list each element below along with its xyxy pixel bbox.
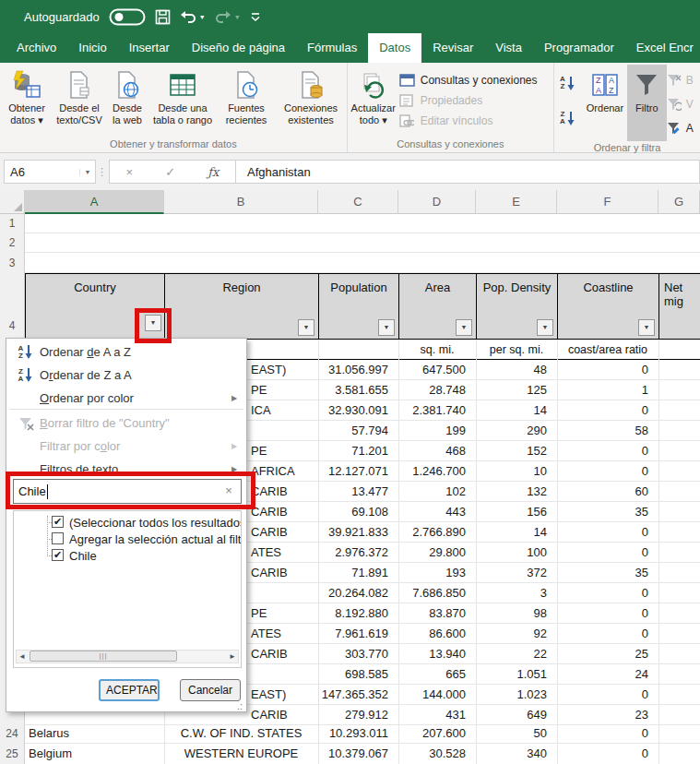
cell-coastline[interactable]: 23 bbox=[557, 705, 653, 725]
ribbon-button-desde-una-tabla-o-rango[interactable]: Desde unatabla o rango bbox=[149, 65, 216, 137]
cell-population[interactable]: 69.108 bbox=[318, 502, 393, 522]
row-number-3[interactable]: 3 bbox=[0, 253, 24, 273]
row-number-4[interactable]: 4 bbox=[0, 314, 24, 338]
cell-population[interactable]: 7.961.619 bbox=[318, 624, 393, 644]
row-number-1[interactable]: 1 bbox=[0, 214, 24, 233]
cell-region-fragment[interactable]: CARIB bbox=[251, 482, 317, 502]
cell-area[interactable]: 207.600 bbox=[398, 723, 470, 744]
filter-dropdown-button-area[interactable]: ▼ bbox=[456, 319, 472, 336]
cancel-entry-icon[interactable]: × bbox=[126, 165, 134, 179]
cell-region-fragment[interactable]: ICA bbox=[251, 400, 317, 421]
cell-region-fragment[interactable]: ATES bbox=[251, 543, 317, 563]
tab-excel-encr[interactable]: Excel Encr bbox=[625, 33, 700, 63]
tab-inicio[interactable]: Inicio bbox=[67, 33, 117, 63]
ribbon-button-fuentes-recientes[interactable]: Fuentesrecientes bbox=[216, 65, 277, 137]
ordenar-button[interactable]: ZAAZOrdenar bbox=[583, 65, 627, 141]
checked-checkbox-icon[interactable]: ✔ bbox=[52, 549, 64, 561]
cell-coastline[interactable]: 0 bbox=[557, 723, 653, 744]
cell-area[interactable]: 2.381.740 bbox=[398, 400, 470, 421]
cell-population[interactable]: 39.921.833 bbox=[318, 522, 393, 543]
cell-coastline[interactable]: 0 bbox=[557, 441, 653, 461]
cell-area[interactable]: 2.766.890 bbox=[398, 522, 470, 543]
cell-density[interactable]: 152 bbox=[476, 441, 552, 461]
cell-region-fragment[interactable]: CARIB bbox=[251, 563, 317, 583]
cell-density[interactable]: 14 bbox=[476, 522, 552, 543]
confirm-entry-icon[interactable]: ✓ bbox=[165, 165, 175, 179]
name-box[interactable]: A6 ▼ bbox=[4, 160, 96, 184]
units-label[interactable]: per sq. mi. bbox=[476, 340, 557, 360]
cell-area[interactable]: 468 bbox=[398, 441, 470, 461]
cell-country[interactable]: Belarus bbox=[29, 723, 162, 744]
filter-value-row[interactable]: Agregar la selección actual al filtro bbox=[14, 531, 242, 547]
ribbon-button-conexiones-existentes[interactable]: Conexionesexistentes bbox=[277, 65, 345, 137]
cell-area[interactable]: 102 bbox=[398, 482, 470, 502]
filter-dropdown-button-coastline[interactable]: ▼ bbox=[638, 319, 655, 336]
resize-grip[interactable]: .: bbox=[237, 700, 243, 711]
tab-revisar[interactable]: Revisar bbox=[421, 33, 484, 63]
cell-density[interactable]: 1.051 bbox=[476, 664, 552, 685]
tab-programador[interactable]: Programador bbox=[533, 33, 625, 63]
scroll-left-icon[interactable]: ◄ bbox=[17, 652, 28, 661]
cell-population[interactable]: 698.585 bbox=[318, 664, 393, 685]
cell-coastline[interactable]: 0 bbox=[557, 461, 653, 482]
checked-checkbox-icon[interactable]: ✔ bbox=[52, 516, 64, 528]
cell-density[interactable]: 372 bbox=[476, 563, 552, 583]
cell-density[interactable]: 98 bbox=[476, 603, 552, 624]
cell-density[interactable]: 14 bbox=[476, 400, 552, 421]
cell-coastline[interactable]: 0 bbox=[557, 360, 653, 380]
row-number-25[interactable]: 25 bbox=[0, 744, 24, 764]
redo-button[interactable]: ▼ bbox=[215, 9, 241, 24]
column-header-B[interactable]: B bbox=[164, 190, 318, 214]
cell-density[interactable]: 10 bbox=[476, 461, 552, 482]
scroll-right-icon[interactable]: ► bbox=[227, 652, 238, 661]
table-header-net-mig[interactable]: Net mig bbox=[658, 273, 700, 340]
column-header-E[interactable]: E bbox=[476, 190, 557, 214]
tab-vista[interactable]: Vista bbox=[484, 33, 533, 63]
cell-population[interactable]: 303.770 bbox=[318, 644, 393, 664]
cell-coastline[interactable]: 24 bbox=[557, 664, 653, 685]
cell-area[interactable]: 13.940 bbox=[398, 644, 470, 664]
cell-area[interactable]: 647.500 bbox=[398, 360, 470, 380]
cell-region-fragment[interactable]: ATES bbox=[251, 624, 317, 644]
cell-area[interactable]: 7.686.850 bbox=[398, 583, 470, 603]
tab-insertar[interactable]: Insertar bbox=[118, 33, 181, 63]
formula-input[interactable]: Afghanistan bbox=[236, 160, 700, 184]
cell-coastline[interactable]: 0 bbox=[557, 744, 653, 764]
filter-dropdown-button-pop-density[interactable]: ▼ bbox=[537, 319, 553, 336]
row-number-2[interactable]: 2 bbox=[0, 233, 24, 253]
cell-region-fragment[interactable]: PE bbox=[251, 441, 317, 461]
cell-coastline[interactable]: 0 bbox=[557, 400, 653, 421]
cell-population[interactable]: 12.127.071 bbox=[318, 461, 393, 482]
cell-region-fragment[interactable]: CARIB bbox=[251, 522, 317, 543]
cell-density[interactable]: 92 bbox=[476, 624, 552, 644]
ribbon-button-obtener-datos[interactable]: Obtenerdatos ▾ bbox=[0, 65, 53, 137]
cell-population[interactable]: 71.201 bbox=[318, 441, 393, 461]
cell-population[interactable]: 20.264.082 bbox=[318, 583, 393, 603]
cell-region-fragment[interactable]: CARIB bbox=[251, 502, 317, 522]
cell-region-fragment[interactable]: PE bbox=[251, 603, 317, 624]
cell-region[interactable]: WESTERN EUROPE bbox=[164, 744, 318, 764]
cell-area[interactable]: 29.800 bbox=[398, 543, 470, 563]
cell-area[interactable]: 431 bbox=[398, 705, 470, 725]
row-number-24[interactable]: 24 bbox=[0, 723, 24, 744]
cell-density[interactable]: 340 bbox=[476, 744, 552, 764]
tab-f-rmulas[interactable]: Fórmulas bbox=[296, 33, 368, 63]
horizontal-scrollbar[interactable]: ◄ ||| ► bbox=[16, 650, 239, 663]
cell-coastline[interactable]: 0 bbox=[557, 543, 653, 563]
insert-function-icon[interactable]: ƒx bbox=[208, 165, 219, 179]
autosave-toggle[interactable] bbox=[109, 8, 146, 26]
cell-population[interactable]: 8.192.880 bbox=[318, 603, 393, 624]
cell-coastline[interactable]: 0 bbox=[557, 522, 653, 543]
cell-density[interactable]: 22 bbox=[476, 644, 552, 664]
units-label[interactable]: coast/area ratio bbox=[557, 340, 658, 360]
filter-value-row[interactable]: ✔Chile bbox=[14, 547, 242, 564]
cell-population[interactable]: 71.891 bbox=[318, 563, 393, 583]
aceptar-button[interactable]: ACEPTAR bbox=[99, 679, 160, 701]
select-all-corner[interactable] bbox=[0, 190, 25, 214]
cancelar-button[interactable]: Cancelar bbox=[180, 679, 241, 701]
cell-population[interactable]: 10.379.067 bbox=[318, 744, 393, 764]
cell-coastline[interactable]: 35 bbox=[557, 502, 653, 522]
cell-coastline[interactable]: 58 bbox=[557, 421, 653, 441]
sort-az-button[interactable]: AZ bbox=[560, 71, 581, 95]
cell-area[interactable]: 199 bbox=[398, 421, 470, 441]
